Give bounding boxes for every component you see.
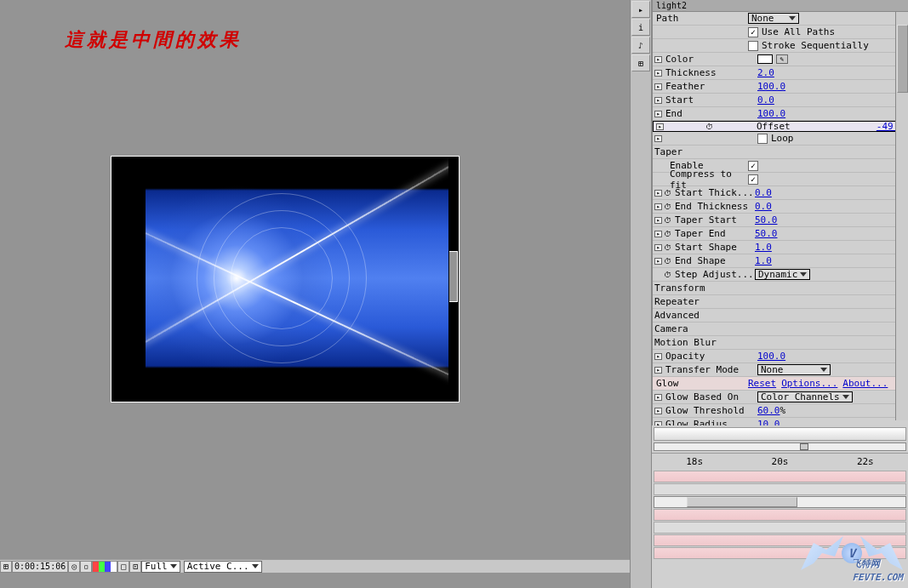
timecode-display[interactable]: 0:00:15:06 [12,561,68,573]
loop-checkbox[interactable] [757,134,768,144]
stopwatch-icon[interactable]: ⏱ [664,189,671,197]
opacity-row: ▸ Opacity 100.0 [653,350,908,363]
timeline-track[interactable] [654,509,906,521]
start-thick-value[interactable]: 0.0 [755,187,772,198]
green-channel[interactable] [99,562,105,572]
feather-value[interactable]: 100.0 [757,81,785,92]
time-marks: 18s 20s 22s [652,453,908,470]
taper-end-value[interactable]: 50.0 [755,228,778,239]
expand-toggle[interactable]: ▸ [654,203,662,210]
stopwatch-icon[interactable]: ⏱ [664,230,671,238]
step-adjust-row: ⏱ Step Adjust... Dynamic [653,268,908,282]
glow-threshold-row: ▸ Glow Threshold 60.0 % [653,404,908,418]
timeline-scroller[interactable] [654,496,906,508]
expand-toggle[interactable]: ▸ [654,231,662,237]
step-adjust-select[interactable]: Dynamic [755,269,810,280]
transparency-button[interactable]: ⊡ [129,561,141,573]
stopwatch-icon[interactable]: ⏱ [664,203,671,211]
expand-toggle[interactable]: ▸ [654,244,662,251]
snapshot-button[interactable]: ◎ [68,561,80,573]
expand-toggle[interactable]: ▸ [654,408,662,414]
expand-toggle[interactable]: ▸ [654,353,662,360]
end-value[interactable]: 100.0 [757,108,785,119]
panel-scrollbar[interactable] [895,12,908,420]
expand-toggle[interactable]: ▸ [654,70,662,77]
expand-toggle[interactable]: ▸ [654,56,662,63]
chevron-down-icon [820,368,827,372]
red-channel[interactable] [93,562,99,572]
dock-tools-button[interactable]: ⊞ [631,54,650,71]
glow-based-select[interactable]: Color Channels [757,391,853,402]
end-thick-value[interactable]: 0.0 [755,201,772,212]
expand-toggle[interactable]: ▸ [654,135,662,142]
dock-info-button[interactable]: i [631,19,650,36]
scrollbar-thumb[interactable] [897,25,908,93]
glow-about-link[interactable]: About... [842,378,888,389]
color-swatch[interactable] [757,54,773,64]
scroller-thumb[interactable] [687,497,797,507]
compress-checkbox[interactable]: ✓ [748,174,758,185]
thickness-value[interactable]: 2.0 [757,67,774,78]
use-all-paths-checkbox[interactable]: ✓ [748,27,758,37]
stroke-seq-checkbox[interactable] [748,41,758,51]
start-value[interactable]: 0.0 [757,94,774,106]
timeline-track[interactable] [654,483,906,495]
expand-toggle[interactable]: ▸ [654,111,662,117]
dock-arrow-button[interactable]: ▸ [631,1,650,18]
expand-toggle[interactable]: ▸ [654,83,662,90]
camera-header[interactable]: Camera [653,323,908,336]
transform-header[interactable]: Transform [653,282,908,295]
zoom-select[interactable]: Full [141,561,180,573]
motion-blur-header[interactable]: Motion Blur [653,336,908,350]
alpha-channel[interactable] [111,562,117,572]
expand-toggle[interactable]: ▸ [656,123,664,130]
opacity-value[interactable]: 100.0 [757,351,785,362]
end-shape-row: ▸ ⏱ End Shape 1.0 [653,254,908,268]
color-channels[interactable] [92,561,117,573]
timeline-track[interactable] [654,547,906,559]
enable-checkbox[interactable]: ✓ [748,161,758,171]
grid-toggle-button[interactable]: ⊞ [0,561,12,573]
expand-toggle[interactable]: ▸ [654,258,662,265]
expand-toggle[interactable]: ▸ [654,367,662,374]
zoom-handle[interactable] [800,443,808,450]
glow-based-row: ▸ Glow Based On Color Channels [653,391,908,404]
blue-channel[interactable] [105,562,111,572]
taper-header[interactable]: Taper [653,146,908,159]
glow-options-link[interactable]: Options... [781,378,837,389]
glow-reset-link[interactable]: Reset [748,378,776,389]
eyedropper-button[interactable]: ✎ [776,54,788,64]
stopwatch-icon[interactable]: ⏱ [664,271,671,279]
expand-toggle[interactable]: ▸ [654,394,662,401]
timeline-track[interactable] [654,522,906,534]
start-shape-value[interactable]: 1.0 [755,242,772,253]
end-row: ▸ End 100.0 [653,107,908,121]
repeater-header[interactable]: Repeater [653,295,908,309]
expand-toggle[interactable]: ▸ [654,190,662,197]
timeline-ruler[interactable] [654,427,906,441]
glow-threshold-value[interactable]: 60.0 [757,405,780,416]
stopwatch-icon[interactable]: ⏱ [664,216,671,225]
transfer-mode-select[interactable]: None [757,364,831,375]
dock-audio-button[interactable]: ♪ [631,37,650,54]
advanced-header[interactable]: Advanced [653,309,908,323]
region-button[interactable]: □ [117,561,129,573]
stopwatch-icon[interactable]: ⏱ [664,257,671,265]
expand-toggle[interactable]: ▸ [654,97,662,104]
stopwatch-icon[interactable]: ⏱ [705,123,713,131]
channel-button[interactable]: ▫ [80,561,92,573]
panel-tab[interactable]: light2 [653,0,908,12]
expand-toggle[interactable]: ▸ [654,217,662,224]
stopwatch-icon[interactable]: ⏱ [664,243,671,252]
path-select[interactable]: None [748,13,799,24]
preview-frame[interactable] [111,156,460,402]
timeline-track[interactable] [654,471,906,482]
taper-start-value[interactable]: 50.0 [755,214,778,225]
camera-select[interactable]: Active C... [184,561,262,573]
end-shape-value[interactable]: 1.0 [755,255,772,266]
start-row: ▸ Start 0.0 [653,94,908,107]
taper-end-row: ▸ ⏱ Taper End 50.0 [653,227,908,241]
timeline-track[interactable] [654,534,906,546]
timeline-zoom-slider[interactable] [654,442,906,451]
color-row: ▸ Color ✎ [653,53,908,66]
